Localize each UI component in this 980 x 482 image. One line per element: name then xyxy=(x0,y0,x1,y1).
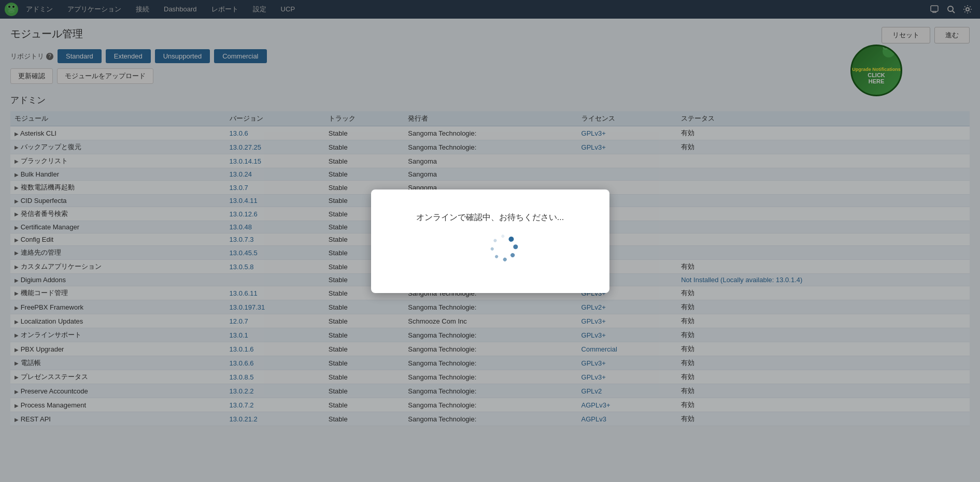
svg-point-17 xyxy=(518,260,522,265)
loading-spinner xyxy=(475,239,506,270)
loading-modal: オンラインで確認中、お待ちください... xyxy=(0,0,980,482)
modal-box: オンラインで確認中、お待ちください... xyxy=(371,189,609,293)
svg-point-21 xyxy=(515,239,518,242)
modal-text: オンラインで確認中、お待ちください... xyxy=(416,212,564,223)
svg-point-22 xyxy=(523,240,527,244)
spinner-svg xyxy=(500,233,536,270)
svg-point-19 xyxy=(505,252,509,256)
svg-point-15 xyxy=(527,247,533,253)
svg-point-18 xyxy=(509,259,514,264)
svg-point-16 xyxy=(525,256,530,261)
svg-point-20 xyxy=(507,243,510,247)
